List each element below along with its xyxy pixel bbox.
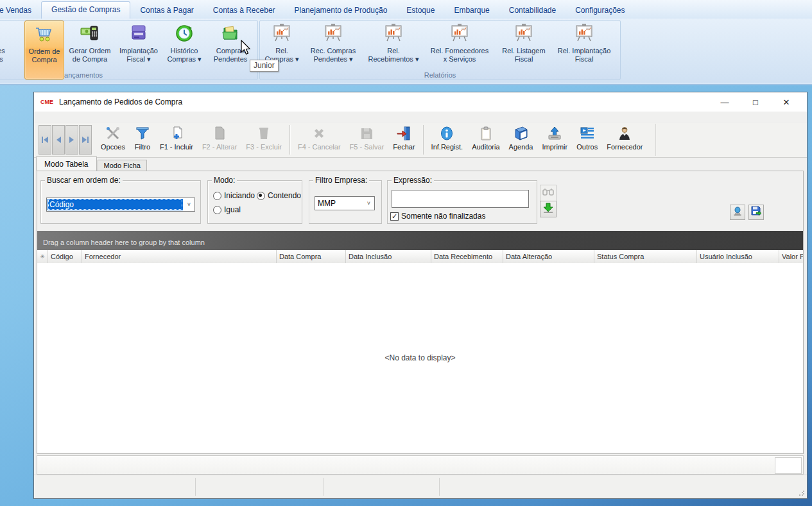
close-button[interactable]: ✕ bbox=[771, 92, 802, 112]
agenda-button[interactable]: Agenda bbox=[505, 124, 538, 155]
report-easel-icon bbox=[573, 22, 595, 44]
ribbon-tab-contabilidade[interactable]: Contabilidade bbox=[499, 3, 566, 19]
only-unfinished-checkbox[interactable]: ✓ Somente não finalizadas bbox=[390, 212, 485, 221]
resize-grip[interactable] bbox=[799, 490, 805, 496]
f2-alterar-button[interactable]: F2 - Alterar bbox=[198, 124, 241, 155]
ribbon-tab-gestao-de-compras[interactable]: Gestão de Compras bbox=[41, 1, 130, 19]
radio-igual[interactable]: Igual bbox=[213, 205, 241, 214]
ribbon-tab-planejamento-producao[interactable]: Planejamento de Produção bbox=[285, 3, 397, 19]
toolbar: Opcoes Filtro F1 - Incluir F2 - Alterar … bbox=[34, 122, 807, 158]
fechar-button[interactable]: Fechar bbox=[388, 124, 419, 155]
ribbon-button-rel-implantacao-fiscal[interactable]: Rel. Implantação Fiscal bbox=[553, 21, 615, 78]
chevron-down-icon[interactable]: ˅ bbox=[363, 197, 374, 210]
f4-cancelar-button[interactable]: F4 - Cancelar bbox=[293, 124, 345, 155]
apply-filter-button[interactable] bbox=[540, 201, 557, 217]
person-icon bbox=[616, 125, 633, 142]
ribbon-tab-contas-a-pagar[interactable]: Contas à Pagar bbox=[130, 3, 203, 19]
ribbon-button-label: x Serviços bbox=[444, 55, 476, 63]
toolbar-button-label: Imprimir bbox=[542, 143, 568, 151]
filtro-button[interactable]: Filtro bbox=[130, 124, 155, 155]
company-filter-group: Filtro Empresa: MMP ˅ bbox=[309, 180, 382, 224]
imprimir-button[interactable]: Imprimir bbox=[538, 124, 573, 155]
ribbon-button-rec-compras-pendentes[interactable]: Rec. Compras Pendentes ▾ bbox=[303, 21, 363, 78]
grid-group-bar[interactable]: Drag a column header here to group by th… bbox=[37, 231, 803, 250]
f1-incluir-button[interactable]: F1 - Incluir bbox=[155, 124, 198, 155]
ribbon-button-label: s bbox=[0, 55, 3, 63]
export-save-button[interactable] bbox=[748, 205, 764, 220]
f5-salvar-button[interactable]: F5 - Salvar bbox=[345, 124, 389, 155]
ribbon-tab-embarque[interactable]: Embarque bbox=[444, 3, 499, 19]
binoculars-icon bbox=[542, 187, 554, 199]
ribbon-button-clipped[interactable]: es s bbox=[0, 21, 22, 78]
checkbox-checked-icon: ✓ bbox=[390, 212, 399, 221]
lamp-button[interactable] bbox=[730, 205, 745, 220]
chevron-down-icon[interactable]: ˅ bbox=[184, 198, 194, 211]
ribbon-tab-vendas[interactable]: e Vendas bbox=[0, 3, 41, 19]
window-lancamento-pedidos-compra: CME Lançamento de Pedidos de Compra — □ … bbox=[33, 92, 808, 499]
outros-button[interactable]: Outros bbox=[572, 124, 602, 155]
ribbon-button-label: Fiscal bbox=[515, 55, 533, 63]
maximize-button[interactable]: □ bbox=[740, 92, 771, 112]
column-header-valor-produtos[interactable]: Valor Pro bbox=[779, 250, 803, 263]
column-header-data-alteracao[interactable]: Data Alteração bbox=[503, 250, 594, 263]
ribbon-button-rel-fornecedores-servicos[interactable]: Rel. Fornecedores x Serviços bbox=[424, 21, 496, 78]
tab-modo-tabela[interactable]: Modo Tabela bbox=[36, 156, 97, 171]
window-controls: — □ ✕ bbox=[709, 92, 802, 112]
nav-last-button[interactable] bbox=[79, 125, 92, 155]
ribbon-tab-estoque[interactable]: Estoque bbox=[397, 3, 444, 19]
nav-previous-button[interactable] bbox=[52, 125, 65, 155]
window-titlebar[interactable]: CME Lançamento de Pedidos de Compra — □ … bbox=[34, 92, 807, 112]
cancel-icon bbox=[311, 125, 327, 142]
column-header-usuario-inclusao[interactable]: Usuário Inclusão bbox=[697, 250, 779, 263]
column-header-fornecedor[interactable]: Fornecedor bbox=[82, 250, 277, 263]
grid-body[interactable]: <No data to display> bbox=[37, 263, 803, 453]
ribbon-button-label: Compra bbox=[31, 56, 56, 64]
ribbon-button-label: de Compra bbox=[73, 55, 107, 63]
nav-first-button[interactable] bbox=[39, 125, 51, 155]
auditoria-button[interactable]: Auditoria bbox=[467, 124, 504, 155]
ribbon-button-rel-listagem-fiscal[interactable]: Rel. Listagem Fiscal bbox=[497, 21, 551, 78]
status-separator bbox=[324, 478, 324, 496]
ribbon-button-label: Fiscal ▾ bbox=[126, 55, 150, 63]
app-logo-icon: CME bbox=[40, 99, 53, 105]
ribbon-tab-contas-a-receber[interactable]: Contas à Receber bbox=[203, 3, 285, 19]
lamp-icon bbox=[733, 207, 742, 218]
desktop-background: e Vendas Gestão de Compras Contas à Paga… bbox=[0, 0, 812, 506]
ribbon-button-gerar-ordem-de-compra[interactable]: Gerar Ordem de Compra bbox=[65, 21, 114, 78]
toolbar-button-label: Opcoes bbox=[101, 143, 125, 151]
fornecedor-button[interactable]: Fornecedor bbox=[602, 124, 647, 155]
ribbon-tab-configuracoes[interactable]: Configurações bbox=[566, 3, 634, 19]
content-panel: Buscar em ordem de: Código ˅ Modo: Inici… bbox=[37, 171, 804, 454]
inf-regist-button[interactable]: Inf.Regist. bbox=[427, 124, 468, 155]
search-order-combo[interactable]: Código ˅ bbox=[46, 198, 195, 212]
radio-iniciando[interactable]: Iniciando bbox=[213, 191, 255, 200]
toolbar-end-divider bbox=[655, 124, 656, 156]
search-order-group: Buscar em ordem de: Código ˅ bbox=[40, 180, 201, 224]
view-tab-strip: Modo Tabela Modo Ficha bbox=[36, 157, 147, 171]
ribbon-button-label: Pendentes ▾ bbox=[313, 55, 352, 63]
report-easel-icon bbox=[449, 22, 471, 44]
column-header-data-recebimento[interactable]: Data Recebimento bbox=[431, 250, 503, 263]
expression-input[interactable] bbox=[392, 190, 529, 208]
column-header-status-compra[interactable]: Status Compra bbox=[594, 250, 697, 263]
ribbon-button-rel-recebimentos[interactable]: Rel. Recebimentos ▾ bbox=[365, 21, 422, 78]
column-header-data-inclusao[interactable]: Data Inclusão bbox=[346, 250, 431, 263]
toolbar-button-label: Fechar bbox=[393, 143, 415, 151]
shopping-cart-icon bbox=[33, 23, 55, 45]
radio-contendo[interactable]: Contendo bbox=[257, 191, 301, 200]
f3-excluir-button[interactable]: F3 - Excluir bbox=[241, 124, 286, 155]
opcoes-button[interactable]: Opcoes bbox=[96, 124, 130, 155]
company-combo[interactable]: MMP ˅ bbox=[315, 196, 375, 210]
footer-indicator-box bbox=[775, 457, 802, 474]
ribbon-button-historico-compras[interactable]: Histórico Compras ▾ bbox=[162, 21, 206, 78]
nav-next-button[interactable] bbox=[65, 125, 78, 155]
ribbon-button-label: Rel. Listagem bbox=[502, 47, 545, 55]
tab-modo-ficha[interactable]: Modo Ficha bbox=[98, 160, 147, 171]
ribbon-button-implantacao-fiscal[interactable]: Implantação Fiscal ▾ bbox=[116, 21, 161, 78]
search-binoculars-button[interactable] bbox=[540, 185, 557, 201]
column-header-data-compra[interactable]: Data Compra bbox=[277, 250, 346, 263]
toolbar-button-label: Inf.Regist. bbox=[431, 143, 463, 151]
column-header-codigo[interactable]: Código bbox=[48, 250, 82, 263]
ribbon-button-ordem-de-compra[interactable]: Ordem de Compra bbox=[24, 21, 64, 80]
minimize-button[interactable]: — bbox=[709, 92, 740, 112]
